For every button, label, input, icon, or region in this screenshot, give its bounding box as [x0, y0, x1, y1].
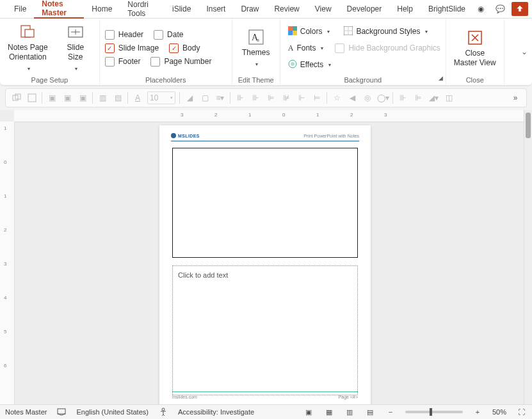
qat-btn[interactable]: ⊯ [280, 92, 292, 104]
qat-btn[interactable]: ⊫ [412, 92, 424, 104]
zoom-slider[interactable] [405, 411, 463, 413]
tab-view[interactable]: View [307, 0, 339, 18]
qat-btn[interactable]: ⊨ [311, 92, 323, 104]
notes-page[interactable]: MSLIDES Print PowerPoint with Notes Clic… [159, 125, 371, 408]
vertical-scrollbar[interactable] [524, 110, 532, 412]
status-language[interactable]: English (United States) [76, 408, 149, 416]
qat-font-color[interactable]: A [132, 92, 143, 104]
group-background: Colors Background Styles A Fonts Hide Ba… [280, 19, 446, 85]
comment-icon[interactable]: 💬 [492, 3, 508, 15]
slideshow-icon[interactable]: ▤ [364, 407, 376, 416]
effects-dropdown[interactable]: Effects [286, 58, 440, 72]
page-header-right: Print PowerPoint with Notes [303, 134, 359, 138]
effects-icon [288, 59, 297, 70]
slide-sorter-icon[interactable]: ▦ [323, 407, 335, 416]
group-edit-theme: Aa Themes Edit Theme [232, 19, 280, 85]
collapse-ribbon-button[interactable]: ⌄ [517, 19, 532, 85]
zoom-knob[interactable] [430, 408, 432, 416]
tab-nordri[interactable]: Nordri Tools [120, 0, 165, 18]
close-master-view-button[interactable]: Close Master View [451, 28, 499, 68]
tab-developer[interactable]: Developer [339, 0, 390, 18]
qat-btn[interactable]: ⊪ [397, 92, 408, 104]
accessibility-icon[interactable] [157, 407, 169, 416]
tab-help[interactable]: Help [389, 0, 421, 18]
themes-icon: Aa [247, 28, 265, 46]
checkbox-footer[interactable]: Footer [105, 57, 141, 67]
orientation-icon [19, 23, 36, 41]
qat-btn[interactable] [26, 92, 38, 104]
checkbox-page-number[interactable]: Page Number [150, 57, 211, 67]
group-label: Close [451, 75, 499, 85]
orientation-label: Notes Page Orientation [8, 43, 48, 61]
qat-font-size[interactable]: 10▾ [147, 91, 175, 104]
qat-btn[interactable]: ⊪ [250, 92, 261, 104]
qat-btn[interactable]: ⊩ [296, 92, 307, 104]
bg-styles-dropdown[interactable]: Background Styles [341, 24, 430, 39]
svg-rect-7 [293, 26, 297, 31]
tab-islide[interactable]: iSlide [165, 0, 198, 18]
zoom-out-button[interactable]: − [385, 407, 396, 416]
tab-file[interactable]: File [6, 0, 34, 18]
group-label: Placeholders [105, 75, 227, 85]
status-accessibility[interactable]: Accessibility: Investigate [178, 408, 254, 416]
chevron-down-icon: ⌄ [521, 47, 528, 56]
record-icon[interactable]: ◉ [473, 3, 488, 15]
normal-view-icon[interactable]: ▣ [303, 407, 314, 416]
qat-btn[interactable]: ☆ [331, 92, 343, 104]
qat-btn[interactable]: ▥ [97, 92, 108, 104]
qat-btn[interactable]: ⊪ [234, 92, 246, 104]
slide-size-button[interactable]: Slide Size [57, 22, 94, 74]
chevron-down-icon [26, 63, 30, 72]
language-icon[interactable] [56, 407, 67, 416]
slide-placeholder[interactable] [172, 148, 358, 258]
tab-brightslide[interactable]: BrightSlide [421, 0, 473, 18]
qat-btn[interactable]: ◢ [184, 92, 195, 104]
themes-button[interactable]: Aa Themes [238, 27, 275, 70]
colors-dropdown[interactable]: Colors [286, 24, 333, 39]
zoom-level[interactable]: 50% [492, 408, 506, 416]
notes-placeholder[interactable]: Click to add text [172, 265, 358, 395]
fit-to-window-icon[interactable]: ⛶ [515, 407, 527, 416]
qat-btn[interactable]: ≡▾ [214, 92, 226, 104]
qat-btn[interactable]: ⊫ [265, 92, 277, 104]
qat-overflow[interactable]: » [510, 92, 521, 104]
chevron-down-icon [73, 63, 77, 72]
quick-access-toolbar: ▣ ▣ ▣ ▥ ▤ A 10▾ ◢ ▢ ≡▾ ⊪ ⊪ ⊫ ⊯ ⊩ ⊨ ☆ ◀ ◎… [5, 88, 527, 107]
checkbox-date[interactable]: Date [154, 30, 183, 40]
checkbox-body[interactable]: ✓Body [169, 43, 200, 53]
qat-btn[interactable]: ▣ [61, 92, 73, 104]
reading-view-icon[interactable]: ▥ [344, 407, 355, 416]
fonts-dropdown[interactable]: A Fonts [286, 42, 326, 55]
share-button[interactable] [512, 2, 528, 16]
group-label: Background [286, 75, 440, 85]
tab-draw[interactable]: Draw [233, 0, 266, 18]
qat-btn[interactable]: ◀ [346, 92, 358, 104]
dialog-launcher-icon[interactable]: ◢ [439, 75, 443, 81]
qat-btn[interactable]: ◎ [362, 92, 373, 104]
status-view-label[interactable]: Notes Master [5, 408, 47, 416]
tab-notes-master[interactable]: Notes Master [34, 0, 84, 19]
menubar: File Notes Master Home Nordri Tools iSli… [0, 0, 532, 19]
checkbox-slide-image[interactable]: ✓Slide Image [105, 43, 159, 53]
themes-label: Themes [242, 48, 270, 57]
zoom-in-button[interactable]: + [472, 407, 483, 416]
notes-page-orientation-button[interactable]: Notes Page Orientation [5, 22, 51, 74]
qat-btn[interactable]: ▣ [46, 92, 58, 104]
qat-btn[interactable]: ◫ [443, 92, 455, 104]
group-label: Edit Theme [238, 75, 275, 85]
checkbox-header[interactable]: Header [105, 30, 143, 40]
tab-home[interactable]: Home [84, 0, 120, 18]
qat-btn[interactable]: ▢ [199, 92, 211, 104]
qat-btn[interactable]: ▤ [112, 92, 124, 104]
tab-review[interactable]: Review [266, 0, 307, 18]
qat-btn[interactable]: ◢▾ [428, 92, 439, 104]
tab-insert[interactable]: Insert [198, 0, 233, 18]
checkbox-hide-bg: Hide Background Graphics [335, 43, 440, 53]
qat-btn[interactable]: ◯▾ [377, 92, 389, 104]
qat-btn[interactable] [11, 92, 22, 104]
footer-divider [172, 391, 358, 392]
qat-btn[interactable]: ▣ [77, 92, 88, 104]
scrollbar-thumb[interactable] [526, 113, 531, 138]
statusbar: Notes Master English (United States) Acc… [0, 404, 532, 419]
header-divider [171, 141, 359, 141]
